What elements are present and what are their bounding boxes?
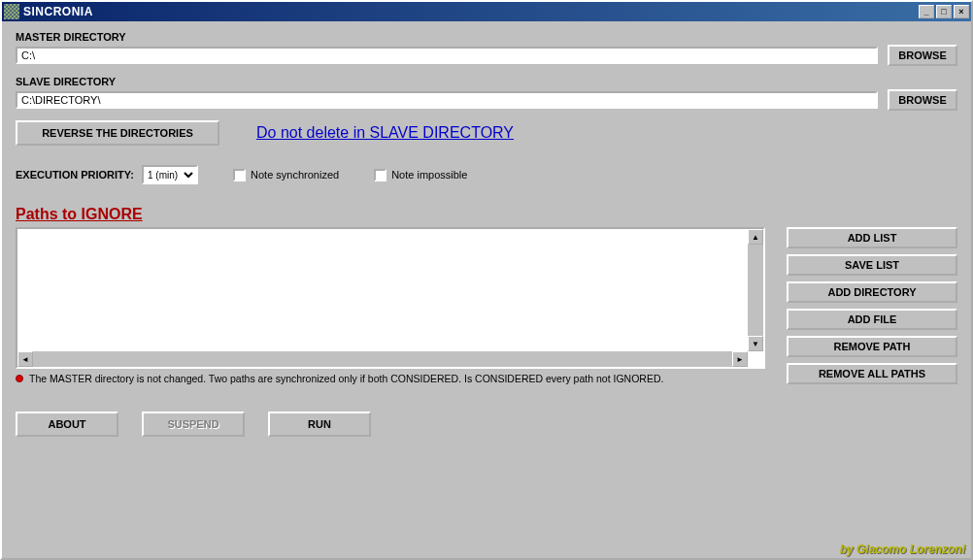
add-file-button[interactable]: ADD FILE [787,309,957,330]
window-title: SINCRONIA [23,5,919,18]
slave-row: BROWSE [16,89,957,111]
remove-path-button[interactable]: REMOVE PATH [787,336,957,357]
bottom-buttons: ABOUT SUSPEND RUN [16,412,957,437]
paths-ignore-header[interactable]: Paths to IGNORE [16,206,957,223]
slave-dir-input[interactable] [16,91,878,109]
scroll-up-icon[interactable]: ▲ [748,229,763,245]
note-impossible-wrap: Note impossible [374,169,467,181]
add-list-button[interactable]: ADD LIST [787,227,957,248]
scroll-right-icon[interactable]: ► [732,351,748,367]
do-not-delete-link[interactable]: Do not delete in SLAVE DIRECTORY [256,124,514,142]
horizontal-scrollbar[interactable]: ◄ ► [17,351,748,367]
add-directory-button[interactable]: ADD DIRECTORY [787,281,957,303]
save-list-button[interactable]: SAVE LIST [787,254,957,276]
window-controls: _ □ × [919,5,969,18]
close-button[interactable]: × [954,5,969,18]
content-area: MASTER DIRECTORY BROWSE SLAVE DIRECTORY … [2,21,971,558]
app-window: SINCRONIA _ □ × MASTER DIRECTORY BROWSE … [0,0,973,560]
note-impossible-checkbox[interactable] [374,169,386,181]
execution-row: EXECUTION PRIORITY: 1 (min) Note synchro… [16,165,957,184]
run-button[interactable]: RUN [268,412,371,437]
minimize-button[interactable]: _ [919,5,934,18]
note-synchronized-wrap: Note synchronized [233,169,339,181]
master-dir-input[interactable] [16,47,878,64]
status-text: The MASTER directory is not changed. Two… [29,373,663,384]
suspend-button[interactable]: SUSPEND [142,412,245,437]
reverse-row: REVERSE THE DIRECTORIES Do not delete in… [16,120,957,146]
master-dir-label: MASTER DIRECTORY [16,31,957,43]
credit-text: by Giacomo Lorenzoni [840,543,965,556]
maximize-button[interactable]: □ [936,5,952,18]
slave-dir-label: SLAVE DIRECTORY [16,76,957,87]
ignore-box-wrap: ▲ ▼ ◄ ► The MASTER directory is not chan… [16,227,765,384]
master-row: BROWSE [16,45,957,66]
execution-priority-label: EXECUTION PRIORITY: [16,169,134,181]
execution-priority-select[interactable]: 1 (min) [142,165,198,184]
ignore-section: ▲ ▼ ◄ ► The MASTER directory is not chan… [16,227,957,384]
ignore-side-buttons: ADD LIST SAVE LIST ADD DIRECTORY ADD FIL… [787,227,957,384]
ignore-paths-textarea[interactable] [17,229,748,351]
status-row: The MASTER directory is not changed. Two… [16,373,765,384]
about-button[interactable]: ABOUT [16,412,118,437]
browse-master-button[interactable]: BROWSE [888,45,957,66]
titlebar[interactable]: SINCRONIA _ □ × [2,2,971,21]
browse-slave-button[interactable]: BROWSE [888,89,957,111]
scroll-left-icon[interactable]: ◄ [17,351,33,367]
reverse-directories-button[interactable]: REVERSE THE DIRECTORIES [16,120,219,146]
status-dot-icon [16,375,23,382]
vertical-scrollbar[interactable]: ▲ ▼ [748,229,763,351]
remove-all-paths-button[interactable]: REMOVE ALL PATHS [787,363,957,384]
app-icon [4,4,19,19]
scroll-down-icon[interactable]: ▼ [748,336,763,351]
note-impossible-label: Note impossible [391,169,467,181]
ignore-textarea-shell: ▲ ▼ ◄ ► [16,227,765,369]
note-synchronized-label: Note synchronized [251,169,339,181]
note-synchronized-checkbox[interactable] [233,169,246,181]
